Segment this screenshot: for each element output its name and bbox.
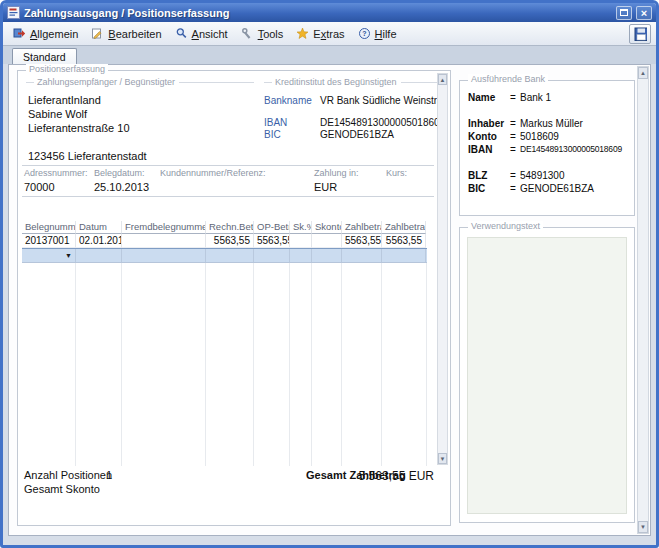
- equals-sign: =: [510, 182, 520, 195]
- positions-table: Belegnummer Datum Fremdbelegnummer Rechn…: [22, 221, 427, 466]
- gesamt-skonto-label: Gesamt Skonto: [24, 483, 100, 495]
- window-icon[interactable]: [7, 6, 20, 19]
- panel-scroll-up-button[interactable]: ▲: [438, 74, 447, 85]
- cell-skonto: [312, 234, 342, 248]
- inhaber-label: Inhaber: [468, 117, 510, 130]
- tab-strip: Standard: [3, 46, 656, 64]
- bic-row: BIC = GENODE61BZA: [468, 182, 628, 195]
- column-divider: [289, 263, 290, 466]
- column-header-sk-prozent[interactable]: Sk.%: [290, 221, 312, 234]
- inhaber-value: Markus Müller: [520, 117, 628, 130]
- zahlung-in-field: Zahlung in: EUR: [314, 168, 359, 194]
- bankname-label: Bankname: [264, 95, 320, 107]
- belegdatum-field: Belegdatum: 25.10.2013: [94, 168, 149, 194]
- payee-line-1: LieferantInland: [28, 93, 147, 107]
- equals-sign: =: [510, 169, 520, 182]
- group-title: Verwendungstext: [468, 221, 543, 231]
- zahlung-in-value[interactable]: EUR: [314, 181, 359, 194]
- adressnummer-field: Adressnummer: 70000: [24, 168, 88, 194]
- panel-scroll-down-button[interactable]: ▼: [438, 453, 447, 464]
- help-icon: ?: [358, 27, 371, 40]
- adressnummer-value[interactable]: 70000: [24, 181, 88, 194]
- column-header-zahlbetrag-euro[interactable]: Zahlbetrag Euro: [382, 221, 426, 234]
- iban-label: IBAN: [264, 117, 320, 129]
- menu-label: Ansicht: [192, 28, 228, 40]
- totals-block: Anzahl Positionen 1 Gesamt Zahlbetrag 5.…: [22, 469, 434, 483]
- anzahl-positionen-value: 1: [106, 469, 112, 481]
- column-header-zahlbetrag[interactable]: Zahlbetrag: [342, 221, 382, 234]
- belegdatum-label: Belegdatum:: [94, 168, 149, 178]
- close-icon: ×: [641, 7, 647, 19]
- column-header-skonto[interactable]: Skonto: [312, 221, 342, 234]
- kundennummer-value[interactable]: [160, 181, 266, 194]
- menu-item-extras[interactable]: Extras: [292, 25, 351, 42]
- allgemein-icon: [13, 27, 26, 40]
- column-header-op-betrag[interactable]: OP-Betrag: [254, 221, 290, 234]
- tab-standard[interactable]: Standard: [12, 48, 77, 65]
- column-header-fremdbelegnummer[interactable]: Fremdbelegnummer: [122, 221, 206, 234]
- totals-row-1: Anzahl Positionen 1 Gesamt Zahlbetrag 5.…: [22, 469, 434, 483]
- window-title: Zahlungsausgang / Positionserfassung: [24, 7, 612, 19]
- bic-label: BIC: [264, 129, 320, 141]
- column-divider: [75, 263, 76, 466]
- payee-line-3: Lieferantenstraße 10: [28, 121, 147, 135]
- column-divider: [253, 263, 254, 466]
- iban-value: DE14548913000005018609: [520, 143, 628, 156]
- cell-empty: [312, 249, 342, 262]
- menu-item-allgemein[interactable]: Allgemein: [9, 25, 85, 42]
- column-divider: [121, 263, 122, 466]
- menu-item-hilfe[interactable]: ? Hilfe: [354, 25, 404, 42]
- payee-line-2: Sabine Wolf: [28, 107, 147, 121]
- iban-label: IBAN: [468, 143, 510, 156]
- verwendungstext-input[interactable]: [467, 237, 627, 514]
- star-icon: [296, 27, 309, 40]
- menu-item-ansicht[interactable]: Ansicht: [171, 25, 235, 42]
- belegdatum-value[interactable]: 25.10.2013: [94, 181, 149, 194]
- close-button[interactable]: ×: [636, 6, 652, 20]
- table-row[interactable]: 20137001 02.01.2013 5563,55 5563,55 5563…: [22, 234, 427, 248]
- save-button[interactable]: [629, 24, 651, 44]
- cell-op-betrag: 5563,55: [254, 234, 290, 248]
- cell-fremdbelegnummer: [122, 234, 206, 248]
- table-row-selected[interactable]: ▼: [22, 248, 427, 263]
- cell-empty: [382, 249, 426, 262]
- payee-address-block: LieferantInland Sabine Wolf Lieferantens…: [28, 93, 147, 163]
- equals-sign: =: [510, 117, 520, 130]
- equals-sign: =: [510, 91, 520, 104]
- table-header-row: Belegnummer Datum Fremdbelegnummer Rechn…: [22, 221, 427, 234]
- menu-item-tools[interactable]: Tools: [237, 25, 291, 42]
- column-header-belegnummer[interactable]: Belegnummer: [22, 221, 76, 234]
- column-header-datum[interactable]: Datum: [76, 221, 122, 234]
- title-bar: Zahlungsausgang / Positionserfassung ×: [3, 3, 656, 22]
- bic-value: GENODE61BZA: [320, 129, 394, 141]
- down-arrow-icon: ▼: [640, 524, 646, 530]
- main-scroll-up-button[interactable]: ▲: [638, 67, 648, 79]
- app-window: Zahlungsausgang / Positionserfassung × A…: [0, 0, 659, 548]
- kurs-value[interactable]: [386, 181, 407, 194]
- column-divider: [205, 263, 206, 466]
- maximize-button[interactable]: [616, 6, 632, 20]
- equals-sign: =: [510, 143, 520, 156]
- header-fields-row: Adressnummer: 70000 Belegdatum: 25.10.20…: [22, 165, 434, 197]
- cell-zahlbetrag: 5563,55: [342, 234, 382, 248]
- iban-row: IBAN DE14548913000005018609: [264, 117, 445, 129]
- main-scrollbar[interactable]: ▲ ▼: [637, 66, 649, 534]
- group-title: Positionserfassung: [26, 64, 108, 74]
- panel-scrollbar[interactable]: ▲ ▼: [437, 73, 448, 465]
- bic-row: BIC GENODE61BZA: [264, 129, 445, 141]
- menu-label: Allgemein: [30, 28, 78, 40]
- magnifier-icon: [175, 27, 188, 40]
- dropdown-arrow-icon[interactable]: ▼: [65, 249, 72, 262]
- menu-item-bearbeiten[interactable]: Bearbeiten: [87, 25, 168, 42]
- kundennummer-field: Kundennummer/Referenz:: [160, 168, 266, 194]
- column-header-rechn-betrag[interactable]: Rechn.Betrag: [206, 221, 254, 234]
- blz-label: BLZ: [468, 169, 510, 182]
- bankname-value: VR Bank Südliche Weinstra: [320, 95, 443, 107]
- main-scroll-down-button[interactable]: ▼: [638, 521, 648, 533]
- bank-name-label: Name: [468, 91, 510, 104]
- cell-belegnummer: 20137001: [22, 234, 76, 248]
- wrench-icon: [241, 27, 254, 40]
- bank-name-row: Name = Bank 1: [468, 91, 628, 104]
- group-title: Ausführende Bank: [468, 74, 548, 84]
- ausfuehrende-bank-group: Ausführende Bank Name = Bank 1 Inhaber =…: [459, 80, 635, 216]
